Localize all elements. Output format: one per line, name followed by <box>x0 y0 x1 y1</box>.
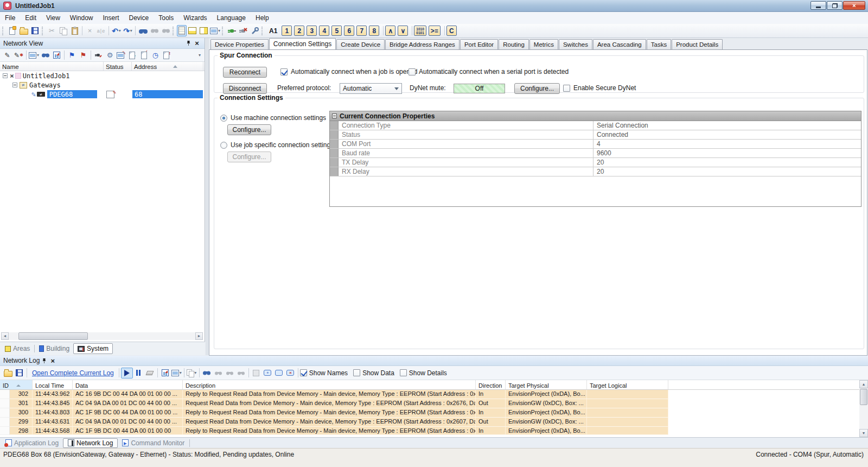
configure-job-button[interactable]: Configure... <box>227 152 271 162</box>
find-prev-button[interactable] <box>160 25 171 36</box>
tab-building[interactable]: Building <box>35 344 73 354</box>
menu-insert[interactable]: Insert <box>98 12 124 24</box>
menu-device[interactable]: Device <box>124 12 154 24</box>
schedule-button[interactable]: ◷ <box>150 49 161 61</box>
panel-bottom-button[interactable] <box>187 25 198 36</box>
preset-button-4[interactable]: 4 <box>319 26 329 36</box>
preset-button-6[interactable]: 6 <box>344 26 354 36</box>
tab-connection-settings[interactable]: Connection Settings <box>269 38 336 49</box>
cut-button[interactable]: ✂ <box>46 25 58 36</box>
panel-right-button[interactable] <box>198 25 209 36</box>
column-header-data[interactable]: Data <box>73 380 183 389</box>
add-comment-button[interactable]: + <box>262 367 273 378</box>
column-header-status[interactable]: Status <box>104 62 132 71</box>
show-comments-button[interactable] <box>273 367 285 378</box>
column-header-local-time[interactable]: Local Time <box>33 380 73 389</box>
new-job-button[interactable] <box>7 25 18 36</box>
rename-button[interactable]: a|e <box>95 25 107 36</box>
preset-button-5[interactable]: 5 <box>331 26 342 36</box>
open-log-button[interactable] <box>2 367 14 378</box>
tab-product-details[interactable]: Product Details <box>672 39 723 49</box>
tree-row-device[interactable]: ✎ ⇄ PDEG68 68 <box>0 90 205 99</box>
command-list-button[interactable]: >≡ <box>429 26 441 36</box>
tab-areas[interactable]: Areas <box>1 344 34 354</box>
preset-button-2[interactable]: 2 <box>294 26 304 36</box>
channel-c-button[interactable]: C <box>446 26 457 36</box>
find-next-button[interactable] <box>149 25 160 36</box>
delete-comment-button[interactable]: × <box>285 367 296 378</box>
auto-connect-serial-checkbox[interactable] <box>409 68 416 75</box>
disconnect-button[interactable] <box>238 25 249 36</box>
scrollbar-thumb[interactable] <box>860 389 867 405</box>
settings-button[interactable]: ⚙ <box>104 49 116 61</box>
machine-settings-radio[interactable] <box>220 115 227 122</box>
tree-row-gateways[interactable]: ⇄ Gateways <box>0 80 205 90</box>
dynet-mute-status[interactable]: Off <box>454 84 505 93</box>
log-row[interactable]: 299 11:44:43.631 AC 04 9A DA 00 01 DC 00… <box>0 418 868 427</box>
log-pause-button[interactable] <box>133 367 144 378</box>
open-complete-log-link[interactable]: Open Complete Current Log <box>32 369 114 377</box>
log-row[interactable]: 302 11:44:43.962 AC 16 9B DC 00 44 DA 00… <box>0 390 868 399</box>
edit-area-button[interactable]: ✎ <box>2 49 13 61</box>
menu-edit[interactable]: Edit <box>20 12 41 24</box>
toolbar-overflow-button[interactable]: ▾ <box>199 53 201 58</box>
preset-button-3[interactable]: 3 <box>307 26 317 36</box>
reconnect-button[interactable]: Reconnect <box>223 67 267 78</box>
log-columns-button[interactable]: ▾ <box>171 367 182 378</box>
property-row[interactable]: TX Delay 20 <box>330 158 861 167</box>
column-header-target-logical[interactable]: Target Logical <box>587 380 668 389</box>
preset-up-button[interactable]: ∧ <box>385 26 395 36</box>
log-find-button[interactable] <box>201 367 213 378</box>
connect-device-button[interactable] <box>93 49 104 61</box>
tab-area-cascading[interactable]: Area Cascading <box>593 39 646 49</box>
column-header-target-physical[interactable]: Target Physical <box>506 380 587 389</box>
delete-button[interactable]: × <box>84 25 95 36</box>
report-button[interactable] <box>51 49 62 61</box>
copy-button[interactable] <box>58 25 69 36</box>
column-header-id[interactable]: ID <box>0 380 33 389</box>
tab-system[interactable]: System <box>73 343 113 354</box>
tab-create-device[interactable]: Create Device <box>336 39 385 49</box>
configure-connection-button[interactable] <box>249 25 260 36</box>
restore-button[interactable] <box>827 1 843 10</box>
close-panel-button[interactable]: × <box>48 356 57 365</box>
connect-button[interactable] <box>226 25 238 36</box>
device-values-button[interactable]: ✎ <box>116 49 127 61</box>
collapse-box[interactable] <box>12 83 17 87</box>
log-vertical-scrollbar[interactable]: ▲ ▼ <box>859 380 868 437</box>
raw-data-button[interactable]: 10100101 <box>414 26 426 36</box>
show-data-checkbox[interactable] <box>353 369 360 376</box>
auto-connect-job-checkbox[interactable] <box>280 68 288 75</box>
log-row[interactable]: 298 11:44:43.568 AC 1F 9B DC 00 44 DA 00… <box>0 427 868 435</box>
collapse-icon[interactable] <box>332 113 337 118</box>
menu-view[interactable]: View <box>41 12 65 24</box>
log-select-button[interactable] <box>251 367 262 378</box>
property-row[interactable]: COM Port 4 <box>330 140 861 149</box>
tab-command-monitor[interactable]: Command Monitor <box>118 439 189 447</box>
redo-button[interactable]: ↷▾ <box>122 25 133 36</box>
save-job-button[interactable] <box>29 25 41 36</box>
scroll-down-arrow[interactable]: ▼ <box>859 429 868 437</box>
preset-down-button[interactable]: ∨ <box>398 26 408 36</box>
close-panel-button[interactable]: × <box>193 39 201 48</box>
menu-help[interactable]: Help <box>251 12 274 24</box>
add-device-button[interactable]: ✎✱ <box>13 49 24 61</box>
preset-button-1[interactable]: 1 <box>282 26 292 36</box>
preset-button-8[interactable]: 8 <box>369 26 379 36</box>
scroll-up-arrow[interactable]: ▲ <box>859 380 868 388</box>
property-row[interactable]: Connection Type Serial Connection <box>330 121 861 130</box>
log-clear-button[interactable] <box>144 367 156 378</box>
list-view-button[interactable]: ▾ <box>209 25 221 36</box>
open-job-button[interactable] <box>18 25 29 36</box>
close-button[interactable]: × <box>843 1 865 10</box>
tree-horizontal-scrollbar[interactable]: ◄ ► <box>1 332 203 340</box>
sequence-button[interactable]: 12 <box>161 49 173 61</box>
menu-wizards[interactable]: Wizards <box>178 12 212 24</box>
tab-metrics[interactable]: Metrics <box>529 39 558 49</box>
tab-routing[interactable]: Routing <box>499 39 529 49</box>
find-device-button[interactable] <box>40 49 51 61</box>
log-chart-button[interactable] <box>159 367 171 378</box>
column-header-address[interactable]: Address <box>132 62 203 71</box>
wizard-button[interactable]: ╱ <box>138 49 150 61</box>
pin-button[interactable] <box>40 356 48 365</box>
